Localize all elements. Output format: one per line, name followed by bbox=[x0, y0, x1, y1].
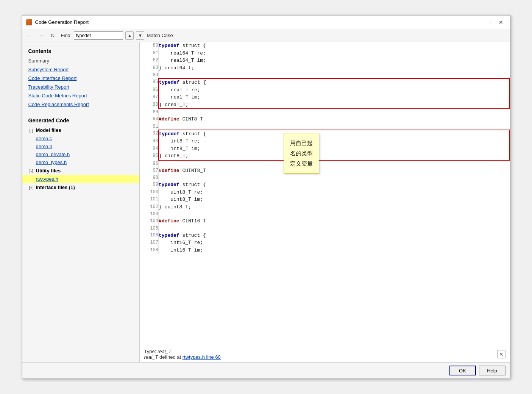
footer: OK Help bbox=[22, 362, 510, 378]
table-row: 98 bbox=[140, 174, 510, 181]
status-suffix: defined at bbox=[158, 354, 182, 360]
tooltip-line2: 名的类型 bbox=[290, 148, 313, 158]
line-code bbox=[159, 211, 510, 217]
file-demo-types-h[interactable]: demo_types.h bbox=[22, 158, 139, 166]
maximize-button[interactable]: □ bbox=[484, 19, 494, 26]
line-code: typedef struct { bbox=[159, 130, 510, 138]
minimize-button[interactable]: — bbox=[471, 19, 482, 26]
interface-files-collapse-icon: [+] bbox=[28, 185, 34, 190]
line-code: typedef struct { bbox=[159, 232, 510, 239]
find-prev-button[interactable]: ▲ bbox=[125, 31, 134, 40]
table-row: 87 real_T im; bbox=[140, 94, 510, 101]
line-number: 99 bbox=[140, 181, 159, 189]
line-code bbox=[159, 225, 510, 232]
summary-link[interactable]: Summary bbox=[22, 56, 139, 65]
code-scroll-area[interactable]: 用自己起 名的类型 定义变量 80typedef struct {81 real… bbox=[140, 42, 510, 346]
table-row: 100 uint8_T re; bbox=[140, 189, 510, 196]
utility-files-collapse-icon: [-] bbox=[28, 169, 34, 173]
status-type-name: real_T bbox=[158, 349, 172, 354]
interface-files-header[interactable]: [+] Interface files (1) bbox=[22, 183, 139, 192]
line-code: typedef struct { bbox=[159, 181, 510, 189]
table-row: 99typedef struct { bbox=[140, 181, 510, 189]
line-number: 102 bbox=[140, 203, 159, 211]
code-interface-link[interactable]: Code Interface Report bbox=[22, 74, 139, 83]
find-next-button[interactable]: ▼ bbox=[136, 31, 144, 40]
code-table: 80typedef struct {81 real64_T re;82 real… bbox=[140, 42, 510, 254]
sidebar-divider bbox=[22, 112, 139, 112]
table-row: 89 bbox=[140, 109, 510, 116]
line-number: 106 bbox=[140, 232, 159, 239]
table-row: 81 real64_T re; bbox=[140, 50, 510, 57]
line-number: 90 bbox=[140, 116, 159, 123]
line-code: typedef struct { bbox=[159, 78, 510, 86]
line-number: 93 bbox=[140, 138, 159, 145]
static-code-link[interactable]: Static Code Metrics Report bbox=[22, 91, 139, 100]
file-rtwtypes-h[interactable]: rtwtypes.h bbox=[22, 175, 139, 183]
traceability-link[interactable]: Traceability Report bbox=[22, 83, 139, 91]
file-demo-c[interactable]: demo.c bbox=[22, 134, 139, 142]
line-number: 98 bbox=[140, 174, 159, 181]
help-button[interactable]: Help bbox=[479, 366, 505, 375]
line-code: } creal_T; bbox=[159, 101, 510, 109]
line-number: 108 bbox=[140, 247, 159, 254]
line-number: 85 bbox=[140, 78, 159, 86]
find-input[interactable] bbox=[74, 31, 123, 40]
line-code bbox=[159, 109, 510, 116]
tooltip-box: 用自己起 名的类型 定义变量 bbox=[284, 133, 319, 174]
line-number: 87 bbox=[140, 94, 159, 101]
table-row: 82 real64_T im; bbox=[140, 57, 510, 64]
line-code: real_T im; bbox=[159, 94, 510, 101]
line-code bbox=[159, 72, 510, 78]
back-button[interactable]: ← bbox=[25, 31, 34, 40]
line-number: 91 bbox=[140, 123, 159, 130]
status-prefix: Type: bbox=[144, 349, 158, 354]
line-code: } creal64_T; bbox=[159, 64, 510, 72]
find-label: Find: bbox=[61, 33, 72, 38]
line-number: 83 bbox=[140, 64, 159, 72]
file-demo-h[interactable]: demo.h bbox=[22, 142, 139, 150]
table-row: 108 int16_T im; bbox=[140, 247, 510, 254]
line-number: 100 bbox=[140, 189, 159, 196]
ok-button[interactable]: OK bbox=[449, 366, 476, 375]
table-row: 84 bbox=[140, 72, 510, 78]
refresh-button[interactable]: ↻ bbox=[48, 31, 57, 40]
title-bar: Code Generation Report — □ ✕ bbox=[22, 16, 510, 29]
tooltip-line1: 用自己起 bbox=[290, 138, 313, 148]
code-replacements-link[interactable]: Code Replacements Report bbox=[22, 100, 139, 109]
line-code: int8_T re; bbox=[159, 138, 510, 145]
subsystem-report-link[interactable]: Subsystem Report bbox=[22, 65, 139, 74]
line-number: 84 bbox=[140, 72, 159, 78]
line-code: int16_T re; bbox=[159, 239, 510, 247]
table-row: 88} creal_T; bbox=[140, 101, 510, 109]
line-code: typedef struct { bbox=[159, 42, 510, 50]
close-status-button[interactable]: ✕ bbox=[497, 350, 505, 358]
status-italic-prefix: real_T bbox=[144, 354, 158, 360]
status-bar: Type: real_T real_T defined at rtwtypes.… bbox=[140, 346, 510, 362]
table-row: 90#define CINT8_T bbox=[140, 116, 510, 123]
table-row: 91 bbox=[140, 123, 510, 130]
model-files-header[interactable]: [-] Model files bbox=[22, 126, 139, 134]
line-code: #define CUINT8_T bbox=[159, 167, 510, 175]
line-number: 89 bbox=[140, 109, 159, 116]
forward-button[interactable]: → bbox=[37, 31, 46, 40]
table-row: 80typedef struct { bbox=[140, 42, 510, 50]
line-code: #define CINT8_T bbox=[159, 116, 510, 123]
title-controls: — □ ✕ bbox=[471, 19, 506, 26]
table-row: 103 bbox=[140, 211, 510, 217]
status-link[interactable]: rtwtypes.h line 60 bbox=[183, 354, 221, 360]
line-code: int16_T im; bbox=[159, 247, 510, 254]
table-row: 106typedef struct { bbox=[140, 232, 510, 239]
contents-title: Contents bbox=[22, 46, 139, 56]
line-number: 97 bbox=[140, 167, 159, 175]
table-row: 101 uint8_T im; bbox=[140, 196, 510, 203]
close-button[interactable]: ✕ bbox=[496, 19, 506, 26]
utility-files-header[interactable]: [-] Utility files bbox=[22, 166, 139, 175]
line-code bbox=[159, 160, 510, 167]
title-bar-left: Code Generation Report bbox=[26, 19, 89, 25]
line-code: } cint8_T; bbox=[159, 152, 510, 160]
match-case-label: Match Case bbox=[147, 33, 173, 38]
line-number: 104 bbox=[140, 217, 159, 225]
table-row: 83} creal64_T; bbox=[140, 64, 510, 72]
utility-files-label: Utility files bbox=[36, 168, 61, 174]
file-demo-private-h[interactable]: demo_private.h bbox=[22, 150, 139, 158]
